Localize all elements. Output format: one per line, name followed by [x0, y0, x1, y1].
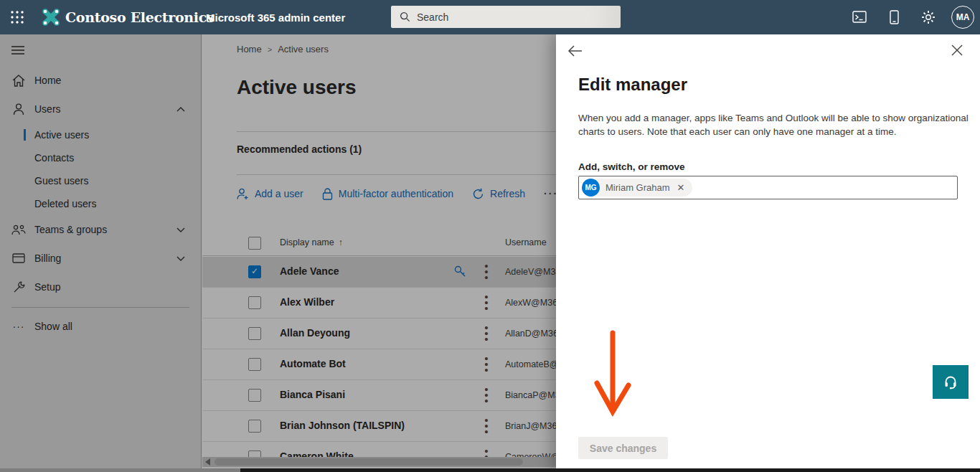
- manager-picker-input[interactable]: MG Miriam Graham ✕: [578, 176, 958, 199]
- edit-manager-panel: Edit manager When you add a manager, app…: [556, 34, 980, 472]
- cloud-shell-button[interactable]: [842, 0, 877, 34]
- close-button[interactable]: [951, 44, 970, 62]
- annotation-arrow-down: [583, 327, 643, 433]
- org-logo[interactable]: Contoso Electronics: [42, 0, 214, 34]
- back-arrow-icon: [567, 44, 583, 57]
- global-search[interactable]: [391, 6, 621, 28]
- modal-dim-overlay[interactable]: [0, 34, 556, 472]
- app-launcher-icon[interactable]: [7, 7, 27, 27]
- scrollbar-thumb[interactable]: [240, 468, 980, 472]
- account-button[interactable]: MA: [946, 0, 980, 34]
- panel-description: When you add a manager, apps like Teams …: [578, 111, 969, 138]
- gear-icon: [921, 10, 936, 24]
- help-widget-button[interactable]: [933, 365, 969, 399]
- chip-name: Miriam Graham: [606, 182, 670, 193]
- panel-title: Edit manager: [578, 75, 687, 95]
- phone-icon: [890, 10, 899, 24]
- avatar: MA: [951, 6, 974, 29]
- org-logo-text: Contoso Electronics: [65, 9, 214, 25]
- app-title: Microsoft 365 admin center: [206, 0, 345, 34]
- manager-chip: MG Miriam Graham ✕: [582, 179, 692, 197]
- contoso-logo-icon: [42, 8, 60, 27]
- manager-field-label: Add, switch, or remove: [578, 161, 685, 172]
- save-changes-button[interactable]: Save changes: [578, 437, 668, 459]
- top-bar: Contoso Electronics Microsoft 365 admin …: [0, 0, 980, 34]
- settings-button[interactable]: [911, 0, 946, 34]
- headset-icon: [943, 375, 958, 390]
- mobile-app-button[interactable]: [877, 0, 911, 34]
- search-icon: [400, 11, 410, 22]
- search-input[interactable]: [417, 11, 596, 23]
- terminal-icon: [852, 11, 867, 24]
- waffle-icon: [9, 9, 25, 25]
- page-horizontal-scrollbar[interactable]: [0, 468, 980, 472]
- chip-avatar: MG: [582, 179, 600, 197]
- back-button[interactable]: [567, 44, 586, 62]
- chip-remove-icon[interactable]: ✕: [676, 182, 687, 193]
- close-icon: [951, 44, 963, 56]
